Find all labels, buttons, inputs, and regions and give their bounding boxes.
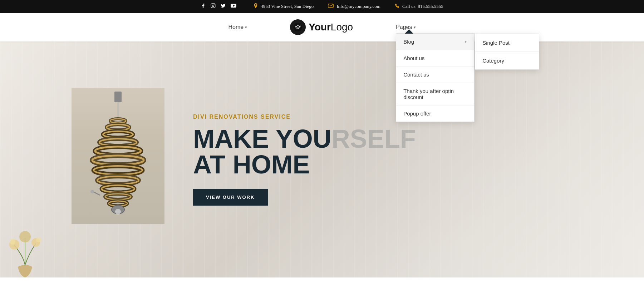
instagram-icon[interactable]	[211, 3, 216, 10]
hero-title-line3: AT HOME	[193, 150, 310, 179]
dropdown-item-popup[interactable]: Popup offer	[396, 105, 474, 122]
sub-item-category[interactable]: Category	[475, 52, 539, 69]
svg-point-34	[90, 190, 94, 193]
svg-point-1	[212, 5, 214, 7]
logo[interactable]: YourLogo	[290, 19, 353, 35]
facebook-icon[interactable]	[201, 3, 206, 10]
nav-pages-wrapper[interactable]: Pages ▾ Blog ▸ Single Post Category	[396, 24, 416, 30]
svg-point-36	[19, 231, 31, 242]
svg-point-32	[115, 209, 121, 215]
single-post-label: Single Post	[482, 40, 510, 46]
plant-decoration	[0, 220, 50, 277]
email-text: Info@mycompany.com	[336, 4, 380, 9]
twitter-icon[interactable]	[221, 3, 226, 10]
cta-button[interactable]: VIEW OUR WORK	[193, 189, 268, 206]
address-item: 4953 Vine Street, San Diego	[254, 3, 314, 10]
svg-point-39	[36, 237, 41, 242]
email-icon	[328, 4, 334, 9]
dropdown-item-thankyou[interactable]: Thank you after optin discount	[396, 83, 474, 105]
hero-title-line1: MAKE YOU	[193, 124, 331, 153]
svg-point-2	[214, 4, 215, 5]
hero-title: MAKE YOURSELF AT HOME	[193, 126, 572, 177]
svg-rect-7	[114, 92, 122, 102]
home-label: Home	[228, 24, 244, 30]
blog-sub-dropdown: Single Post Category	[475, 34, 539, 70]
chandelier-svg	[72, 88, 164, 224]
blog-chevron-icon: ▸	[465, 39, 467, 44]
svg-line-33	[93, 192, 100, 195]
dropdown-item-popup-label: Popup offer	[403, 110, 431, 117]
logo-suffix: Logo	[331, 21, 353, 33]
svg-point-38	[10, 239, 15, 245]
address-text: 4953 Vine Street, San Diego	[261, 4, 314, 9]
hero-text: DIVI RENOVATIONS SERVICE MAKE YOURSELF A…	[193, 114, 572, 206]
nav-home[interactable]: Home ▾	[228, 24, 247, 30]
youtube-icon[interactable]	[231, 4, 236, 9]
hero-section: DIVI RENOVATIONS SERVICE MAKE YOURSELF A…	[0, 41, 644, 277]
dropdown-caret	[405, 29, 413, 34]
sub-item-single-post[interactable]: Single Post	[475, 34, 539, 52]
dropdown-item-contact-label: Contact us	[403, 72, 429, 78]
social-icons	[201, 3, 236, 10]
top-bar: 4953 Vine Street, San Diego Info@mycompa…	[0, 0, 644, 13]
header: Home ▾ YourLogo Pages ▾ Blog ▸	[0, 13, 644, 41]
location-icon	[254, 3, 258, 10]
hero-title-line2: RSELF	[331, 124, 416, 153]
category-label: Category	[482, 58, 504, 64]
dropdown-item-about-label: About us	[403, 55, 424, 61]
pages-dropdown: Blog ▸ Single Post Category About us	[396, 33, 475, 122]
hero-content: DIVI RENOVATIONS SERVICE MAKE YOURSELF A…	[0, 95, 644, 224]
dropdown-item-about[interactable]: About us	[396, 50, 474, 67]
dropdown-item-blog[interactable]: Blog ▸ Single Post Category	[396, 34, 474, 50]
logo-brand: Your	[309, 21, 331, 33]
dropdown-item-thankyou-label: Thank you after optin discount	[403, 88, 467, 100]
pages-chevron-icon: ▾	[414, 25, 416, 30]
chandelier-image	[72, 88, 164, 224]
home-chevron-icon: ▾	[245, 25, 247, 30]
top-bar-info: 4953 Vine Street, San Diego Info@mycompa…	[254, 3, 443, 10]
email-item: Info@mycompany.com	[328, 3, 380, 10]
svg-rect-0	[211, 4, 215, 8]
phone-text: Call us: 815.555.5555	[402, 4, 443, 9]
logo-text: YourLogo	[309, 21, 353, 33]
logo-icon	[290, 19, 306, 35]
phone-icon	[395, 4, 399, 10]
phone-item: Call us: 815.555.5555	[395, 3, 443, 10]
hero-subtitle: DIVI RENOVATIONS SERVICE	[193, 114, 572, 120]
dropdown-item-contact[interactable]: Contact us	[396, 67, 474, 83]
dropdown-item-blog-label: Blog	[403, 39, 414, 45]
